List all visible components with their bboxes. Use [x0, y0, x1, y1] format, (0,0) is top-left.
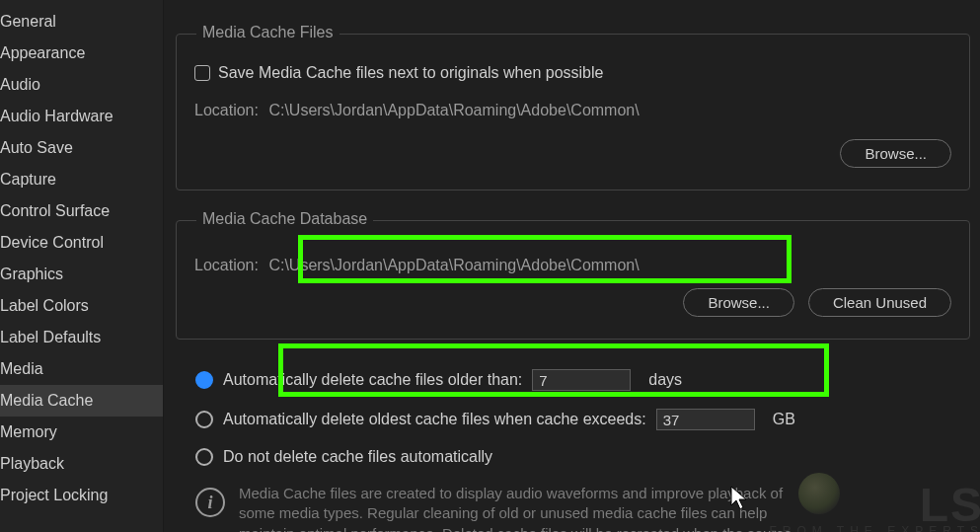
clean-unused-button[interactable]: Clean Unused — [808, 288, 951, 317]
sidebar-item-label-defaults[interactable]: Label Defaults — [0, 322, 163, 353]
sidebar-item-auto-save[interactable]: Auto Save — [0, 132, 163, 164]
radio-delete-when-exceeds[interactable] — [195, 411, 213, 428]
info-row: i Media Cache files are created to displ… — [195, 484, 980, 532]
media-cache-files-legend: Media Cache Files — [196, 24, 339, 41]
save-next-to-originals-label: Save Media Cache files next to originals… — [218, 64, 603, 82]
sidebar-item-memory[interactable]: Memory — [0, 417, 163, 448]
sidebar-item-audio[interactable]: Audio — [0, 69, 163, 101]
media-cache-files-path: C:\Users\Jordan\AppData\Roaming\Adobe\Co… — [268, 102, 639, 118]
media-cache-files-browse-button[interactable]: Browse... — [840, 139, 951, 168]
sidebar-item-appearance[interactable]: Appearance — [0, 38, 163, 69]
media-cache-database-legend: Media Cache Database — [196, 210, 373, 228]
sidebar: General Appearance Audio Audio Hardware … — [0, 0, 164, 532]
days-input[interactable] — [532, 369, 631, 391]
media-cache-database-browse-button[interactable]: Browse... — [683, 288, 794, 317]
sidebar-item-label-colors[interactable]: Label Colors — [0, 290, 163, 322]
info-icon: i — [195, 488, 225, 517]
auto-delete-options: Automatically delete cache files older t… — [195, 369, 980, 466]
radio-do-not-delete[interactable] — [195, 448, 213, 466]
sidebar-item-media[interactable]: Media — [0, 353, 163, 385]
option-do-not-delete-label: Do not delete cache files automatically — [223, 448, 492, 466]
media-cache-database-path: C:\Users\Jordan\AppData\Roaming\Adobe\Co… — [268, 257, 639, 273]
gb-unit: GB — [773, 411, 795, 428]
gb-input[interactable] — [656, 409, 755, 430]
sidebar-item-playback[interactable]: Playback — [0, 448, 163, 480]
radio-delete-older-than[interactable] — [195, 371, 213, 389]
option-do-not-delete[interactable]: Do not delete cache files automatically — [195, 448, 980, 466]
option-delete-older-than-label: Automatically delete cache files older t… — [223, 371, 522, 389]
media-cache-database-location: Location: C:\Users\Jordan\AppData\Roamin… — [194, 257, 951, 274]
media-cache-files-location: Location: C:\Users\Jordan\AppData\Roamin… — [194, 102, 951, 119]
sidebar-item-project-locking[interactable]: Project Locking — [0, 480, 163, 511]
sidebar-item-audio-hardware[interactable]: Audio Hardware — [0, 101, 163, 132]
option-delete-when-exceeds-label: Automatically delete oldest cache files … — [223, 411, 646, 428]
save-next-to-originals-checkbox[interactable] — [194, 65, 210, 81]
sidebar-item-media-cache[interactable]: Media Cache — [0, 385, 163, 417]
location-label: Location: — [194, 102, 259, 118]
main-panel: Media Cache Files Save Media Cache files… — [164, 0, 980, 532]
sidebar-item-device-control[interactable]: Device Control — [0, 227, 163, 259]
sidebar-item-general[interactable]: General — [0, 6, 163, 38]
option-delete-when-exceeds[interactable]: Automatically delete oldest cache files … — [195, 409, 980, 430]
preferences-window: General Appearance Audio Audio Hardware … — [0, 0, 980, 532]
media-cache-files-group: Media Cache Files Save Media Cache files… — [176, 34, 970, 190]
days-unit: days — [648, 371, 682, 389]
sidebar-item-graphics[interactable]: Graphics — [0, 259, 163, 290]
info-text: Media Cache files are created to display… — [239, 484, 821, 532]
location-label: Location: — [194, 257, 259, 273]
option-delete-older-than[interactable]: Automatically delete cache files older t… — [195, 369, 980, 391]
media-cache-database-group: Media Cache Database Location: C:\Users\… — [176, 220, 970, 340]
sidebar-item-capture[interactable]: Capture — [0, 164, 163, 195]
sidebar-item-control-surface[interactable]: Control Surface — [0, 195, 163, 227]
